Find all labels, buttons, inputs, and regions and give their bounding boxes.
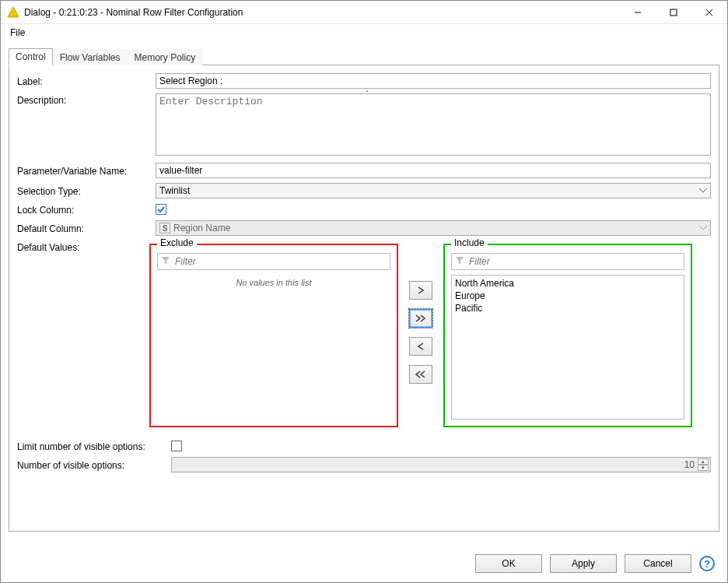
ok-button[interactable]: OK (475, 554, 542, 573)
list-item[interactable]: North America (453, 277, 682, 290)
move-all-left-button[interactable] (409, 365, 432, 384)
svg-marker-5 (162, 257, 170, 265)
tab-flow-variables[interactable]: Flow Variables (53, 49, 128, 65)
menubar: File (1, 24, 727, 41)
description-input[interactable] (156, 93, 711, 156)
label-param-name: Parameter/Variable Name: (17, 164, 149, 177)
label-number-visible: Number of visible options: (17, 458, 165, 471)
label-description: Description: (17, 93, 149, 106)
chevron-down-icon (699, 188, 707, 193)
exclude-filter[interactable] (157, 253, 390, 270)
list-item[interactable]: Pacific (453, 302, 682, 314)
limit-visible-checkbox[interactable]: ✓ (171, 441, 182, 451)
spinner-down-button[interactable]: ▾ (698, 465, 709, 471)
tab-control[interactable]: Control (9, 48, 53, 65)
dialog-window: Dialog - 0:21:0:23 - Nominal Row Filter … (0, 0, 728, 583)
tab-memory-policy[interactable]: Memory Policy (128, 49, 203, 65)
apply-button[interactable]: Apply (550, 554, 617, 573)
label-default-column: Default Column: (17, 222, 149, 234)
number-visible-spinner: 10 ▴ ▾ (171, 457, 711, 472)
label-input[interactable] (156, 73, 711, 89)
exclude-group: Exclude No values in this list (149, 244, 398, 427)
filter-icon (161, 256, 170, 268)
help-icon[interactable]: ? (699, 556, 715, 571)
minimize-button[interactable] (620, 1, 656, 24)
include-title: Include (451, 237, 488, 248)
cursor-icon: . (366, 83, 369, 93)
close-button[interactable] (691, 1, 727, 24)
move-all-right-button[interactable] (409, 309, 432, 328)
include-filter[interactable] (451, 253, 684, 270)
cancel-button[interactable]: Cancel (625, 554, 691, 573)
exclude-filter-input[interactable] (173, 255, 387, 268)
tabs: Control Flow Variables Memory Policy (9, 47, 719, 65)
titlebar: Dialog - 0:21:0:23 - Nominal Row Filter … (1, 1, 727, 24)
label-default-values: Default Values: (17, 241, 149, 253)
lock-column-checkbox[interactable] (156, 204, 166, 215)
selection-type-select[interactable]: Twinlist (156, 183, 711, 198)
exclude-empty-message: No values in this list (157, 278, 390, 287)
filter-icon (455, 256, 464, 268)
label-label: Label: (17, 75, 149, 87)
include-list[interactable]: North America Europe Pacific (451, 275, 684, 420)
list-item[interactable]: Europe (453, 290, 682, 302)
label-selection-type: Selection Type: (17, 184, 149, 197)
svg-marker-0 (8, 7, 19, 17)
exclude-title: Exclude (157, 237, 197, 248)
chevron-down-icon (699, 226, 707, 230)
label-lock-column: Lock Column: (17, 203, 149, 216)
menu-file[interactable]: File (5, 26, 30, 40)
tab-panel-control: Label: . Description: Parameter/Variable… (9, 65, 719, 532)
param-name-input[interactable] (156, 163, 711, 178)
app-icon (7, 6, 19, 19)
maximize-button[interactable] (656, 1, 691, 24)
default-column-value: Region Name (173, 223, 230, 234)
move-left-button[interactable] (409, 337, 432, 356)
window-title: Dialog - 0:21:0:23 - Nominal Row Filter … (24, 7, 620, 18)
move-buttons (409, 244, 432, 384)
svg-marker-6 (456, 257, 464, 265)
include-group: Include North America Europe Pacific (443, 244, 692, 427)
spinner-up-button[interactable]: ▴ (698, 458, 709, 465)
number-visible-value: 10 (684, 459, 695, 470)
selection-type-value: Twinlist (159, 185, 190, 196)
string-type-icon: S (159, 223, 170, 234)
include-filter-input[interactable] (467, 255, 681, 268)
default-column-select: S Region Name (156, 220, 711, 236)
move-right-button[interactable] (409, 281, 432, 300)
dialog-button-bar: OK Apply Cancel ? (1, 546, 727, 582)
svg-rect-2 (670, 9, 677, 16)
label-limit-visible: Limit number of visible options: (17, 440, 165, 452)
